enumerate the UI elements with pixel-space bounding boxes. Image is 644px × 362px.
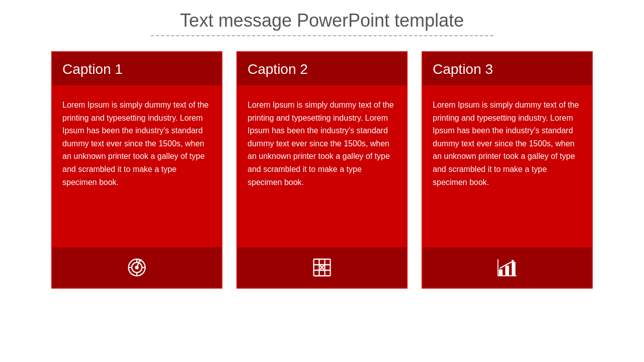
card-3-footer xyxy=(423,247,592,288)
svg-rect-16 xyxy=(505,265,509,276)
cards-container: Caption 1 Lorem Ipsum is simply dummy te… xyxy=(20,51,624,289)
target-icon xyxy=(126,256,148,279)
card-1-caption: Caption 1 xyxy=(62,61,123,77)
card-3-body: Lorem Ipsum is simply dummy text of the … xyxy=(423,86,592,247)
card-3-header: Caption 3 xyxy=(423,52,592,86)
card-2: Caption 2 Lorem Ipsum is simply dummy te… xyxy=(236,51,408,289)
card-3: Caption 3 Lorem Ipsum is simply dummy te… xyxy=(422,51,593,289)
card-1: Caption 1 Lorem Ipsum is simply dummy te… xyxy=(51,51,222,289)
card-2-footer xyxy=(237,247,407,288)
card-3-text: Lorem Ipsum is simply dummy text of the … xyxy=(433,101,579,187)
card-2-header: Caption 2 xyxy=(237,52,407,86)
grid-icon xyxy=(311,256,333,279)
title-divider xyxy=(151,35,493,36)
card-3-caption: Caption 3 xyxy=(433,61,493,77)
page-container: Text message PowerPoint template Caption… xyxy=(0,0,644,362)
chart-icon xyxy=(496,256,518,279)
svg-rect-17 xyxy=(512,262,515,276)
card-2-caption: Caption 2 xyxy=(248,61,308,77)
card-1-footer xyxy=(52,247,221,288)
card-2-body: Lorem Ipsum is simply dummy text of the … xyxy=(237,86,407,247)
page-title: Text message PowerPoint template xyxy=(180,10,464,31)
svg-rect-15 xyxy=(499,269,503,276)
card-2-text: Lorem Ipsum is simply dummy text of the … xyxy=(248,101,394,187)
card-1-body: Lorem Ipsum is simply dummy text of the … xyxy=(52,86,221,247)
card-1-text: Lorem Ipsum is simply dummy text of the … xyxy=(62,101,209,187)
card-1-header: Caption 1 xyxy=(52,52,221,86)
